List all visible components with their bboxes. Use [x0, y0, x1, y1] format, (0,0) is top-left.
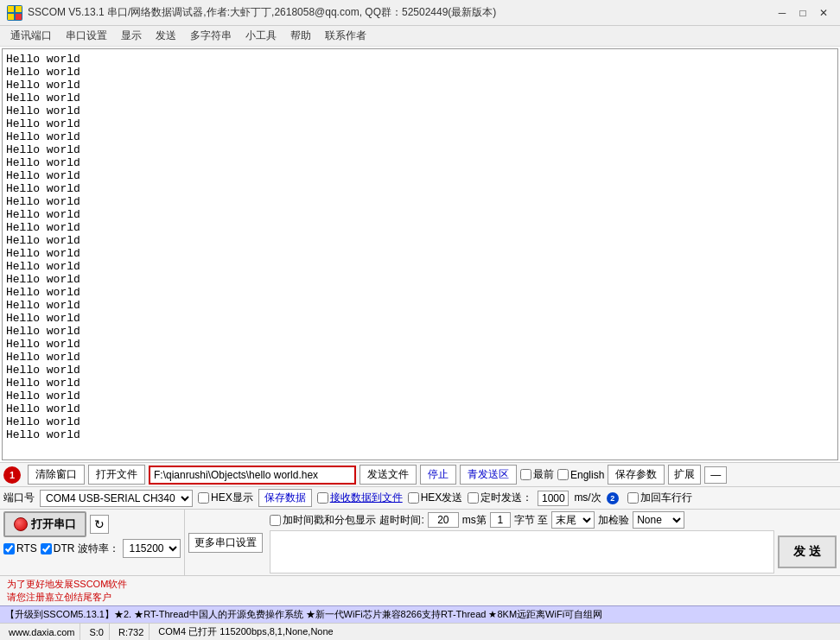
promo-line2: 请您注册嘉立创结尾客户: [7, 591, 833, 604]
receive-line: Hello world: [6, 92, 834, 105]
open-port-label: 打开串口: [31, 516, 76, 532]
menu-bangzhu[interactable]: 帮助: [283, 27, 318, 45]
receive-line: Hello world: [6, 221, 834, 234]
carriage-return-label[interactable]: 加回车行行: [627, 491, 692, 505]
send-toolbar: 1 清除窗口 打开文件 发送文件 停止 青发送区 最前 English 保存参数…: [0, 462, 840, 486]
clear-send-button[interactable]: 青发送区: [460, 465, 517, 485]
add-newline-text: 加时间戳和分包显示: [283, 513, 376, 528]
receive-line: Hello world: [6, 260, 834, 273]
save-data-button[interactable]: 保存数据: [258, 489, 312, 507]
open-port-button[interactable]: 打开串口: [3, 511, 86, 537]
receive-line: Hello world: [6, 351, 834, 364]
dtr-checkbox[interactable]: [41, 543, 52, 554]
expand-button[interactable]: 扩展: [668, 465, 701, 485]
receive-line: Hello world: [6, 415, 834, 428]
menu-duozifuchuan[interactable]: 多字符串: [183, 27, 239, 45]
rts-label[interactable]: RTS: [3, 542, 37, 554]
timed-ms-input[interactable]: [538, 491, 569, 506]
menubar: 通讯端口 串口设置 显示 发送 多字符串 小工具 帮助 联系作者: [0, 26, 840, 47]
svg-rect-4: [16, 14, 22, 20]
hex-display-checkbox[interactable]: [198, 492, 209, 504]
dtr-label[interactable]: DTR: [41, 542, 75, 554]
menu-xianshi[interactable]: 显示: [114, 27, 149, 45]
receive-line: Hello world: [6, 338, 834, 351]
rts-checkbox[interactable]: [3, 543, 15, 554]
add-newline-checkbox[interactable]: [270, 515, 281, 526]
send-main-button[interactable]: 发 送: [778, 535, 837, 568]
hex-send-label[interactable]: HEX发送: [408, 491, 463, 505]
red-indicator: [14, 517, 28, 531]
hex-send-checkbox[interactable]: [408, 492, 419, 504]
checkbox-english-label[interactable]: English: [557, 469, 604, 481]
svg-rect-1: [8, 6, 14, 12]
more-settings-button[interactable]: 更多串口设置: [188, 533, 263, 553]
receive-line: Hello world: [6, 312, 834, 325]
receive-line: Hello world: [6, 182, 834, 195]
promo-line1: 为了更好地发展SSCOM软件: [7, 578, 833, 591]
clear-window-button[interactable]: 清除窗口: [28, 465, 85, 485]
maximize-button[interactable]: □: [793, 3, 812, 22]
carriage-return-text: 加回车行行: [640, 491, 692, 505]
status-port-status: COM4 已打开 115200bps,8,1,None,None: [153, 624, 338, 640]
add-newline-label[interactable]: 加时间戳和分包显示: [270, 513, 376, 528]
status-website: www.daxia.com: [3, 624, 80, 640]
port-settings-row: 端口号 COM4 USB-SERIAL CH340 HEX显示 保存数据 接收数…: [0, 486, 840, 509]
port-label: 端口号: [3, 491, 35, 505]
main-area: Hello worldHello worldHello worldHello w…: [0, 47, 840, 623]
receive-line: Hello world: [6, 53, 834, 66]
open-file-button[interactable]: 打开文件: [88, 465, 145, 485]
timeout-ms-input[interactable]: [428, 512, 459, 528]
menu-fasong[interactable]: 发送: [149, 27, 183, 45]
byte-end-select[interactable]: 末尾: [551, 511, 595, 529]
timeout-label: 超时时间:: [379, 513, 423, 528]
close-button[interactable]: ✕: [814, 3, 833, 22]
timeout-unit: ms第: [462, 513, 487, 528]
receive-line: Hello world: [6, 234, 834, 247]
receive-line: Hello world: [6, 364, 834, 377]
timed-send-label[interactable]: 定时发送：: [468, 491, 532, 505]
receive-content: Hello worldHello worldHello worldHello w…: [6, 53, 834, 441]
minimize-button[interactable]: ─: [773, 3, 792, 22]
stop-button[interactable]: 停止: [420, 465, 456, 485]
timed-send-checkbox[interactable]: [468, 492, 479, 504]
checkbox-last[interactable]: [520, 469, 531, 480]
recv-to-file-text: 接收数据到文件: [330, 491, 403, 505]
recv-to-file-checkbox[interactable]: [317, 492, 328, 504]
news-text: 【升级到SSCOM5.13.1】★2. ★RT-Thread中国人的开源免费操作…: [5, 609, 602, 619]
receive-line: Hello world: [6, 79, 834, 92]
port-select[interactable]: COM4 USB-SERIAL CH340: [40, 490, 193, 507]
menu-lianxizuozhe[interactable]: 联系作者: [318, 27, 373, 45]
baud-select[interactable]: 115200: [123, 539, 181, 558]
hex-display-text: HEX显示: [211, 491, 253, 505]
carriage-return-checkbox[interactable]: [627, 492, 639, 504]
receive-line: Hello world: [6, 156, 834, 169]
hex-display-label[interactable]: HEX显示: [198, 491, 253, 505]
titlebar: SSCOM V5.13.1 串口/网络数据调试器,作者:大虾丁丁,2618058…: [0, 0, 840, 26]
receive-line: Hello world: [6, 117, 834, 130]
filepath-input[interactable]: [149, 466, 356, 485]
menu-tongxinduankou[interactable]: 通讯端口: [3, 27, 59, 45]
receive-line: Hello world: [6, 286, 834, 299]
app-title: SSCOM V5.13.1 串口/网络数据调试器,作者:大虾丁丁,2618058…: [28, 5, 771, 20]
send-input-area: 发 送: [270, 530, 837, 573]
open-and-send-row: 打开串口 ↻ RTS DTR 波特率： 115200: [0, 509, 840, 575]
checksum-select[interactable]: None: [633, 511, 684, 529]
checkbox-english[interactable]: [557, 469, 569, 480]
receive-line: Hello world: [6, 143, 834, 156]
refresh-button[interactable]: ↻: [90, 515, 109, 534]
menu-xiaogongju[interactable]: 小工具: [239, 27, 283, 45]
receive-line: Hello world: [6, 428, 834, 441]
send-text-input[interactable]: [270, 530, 774, 573]
receive-area[interactable]: Hello worldHello worldHello worldHello w…: [2, 48, 838, 460]
send-file-button[interactable]: 发送文件: [360, 465, 417, 485]
menu-chuankousheji[interactable]: 串口设置: [59, 27, 114, 45]
recv-to-file-label[interactable]: 接收数据到文件: [317, 491, 403, 505]
svg-rect-3: [8, 14, 14, 20]
minus-button[interactable]: —: [704, 466, 727, 484]
receive-line: Hello world: [6, 105, 834, 117]
receive-line: Hello world: [6, 377, 834, 390]
baud-settings-row: RTS DTR 波特率： 115200: [3, 539, 181, 558]
checkbox-last-label[interactable]: 最前: [520, 467, 554, 482]
save-param-button[interactable]: 保存参数: [608, 465, 665, 485]
byte-from-input[interactable]: [490, 512, 511, 528]
